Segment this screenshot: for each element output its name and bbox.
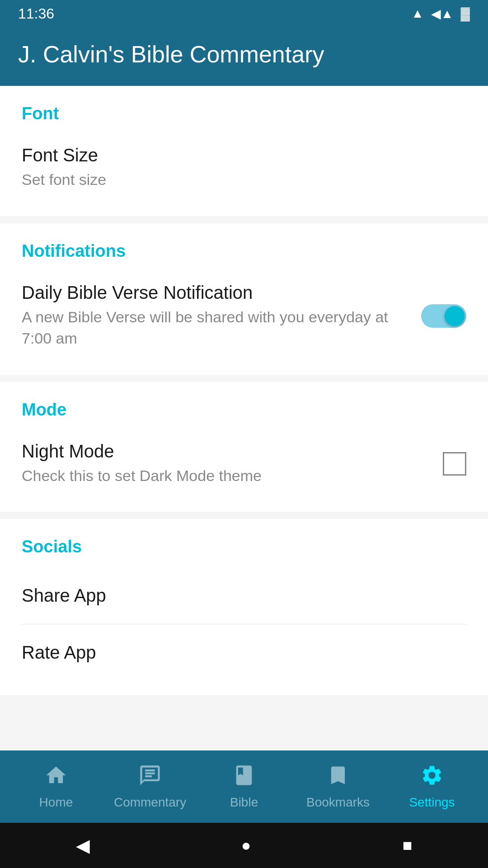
toggle-track	[421, 304, 466, 328]
system-navigation: ◀ ● ■	[0, 823, 488, 868]
share-app-item[interactable]: Share App	[22, 571, 466, 620]
nav-home-label: Home	[39, 795, 73, 810]
status-icons: ▲ ◀▲ ▓	[411, 6, 470, 21]
night-mode-checkbox[interactable]	[443, 452, 466, 476]
home-button[interactable]: ●	[241, 836, 251, 855]
notifications-section-header: Notifications	[22, 241, 466, 261]
divider	[22, 624, 466, 624]
font-size-title: Font Size	[22, 145, 466, 165]
night-mode-title: Night Mode	[22, 441, 443, 462]
daily-verse-desc: A new Bible Verse will be shared with yo…	[22, 307, 421, 349]
nav-bible[interactable]: Bible	[208, 764, 280, 810]
home-icon	[44, 764, 68, 791]
daily-verse-item: Daily Bible Verse Notification A new Bib…	[22, 275, 466, 357]
socials-section-header: Socials	[22, 537, 466, 557]
night-mode-text: Night Mode Check this to set Dark Mode t…	[22, 441, 443, 487]
toggle-thumb	[445, 306, 465, 326]
daily-verse-title: Daily Bible Verse Notification	[22, 283, 421, 303]
commentary-icon	[138, 764, 162, 791]
daily-verse-toggle[interactable]	[421, 304, 466, 328]
content-area: Font Font Size Set font size Notificatio…	[0, 86, 488, 750]
nav-settings-label: Settings	[409, 795, 455, 810]
night-mode-item: Night Mode Check this to set Dark Mode t…	[22, 434, 466, 494]
socials-section: Socials Share App Rate App	[0, 519, 488, 695]
battery-icon: ▓	[461, 6, 470, 21]
font-section-header: Font	[22, 104, 466, 123]
rate-app-item[interactable]: Rate App	[22, 628, 466, 677]
nav-home[interactable]: Home	[20, 764, 92, 810]
app-header: J. Calvin's Bible Commentary	[0, 27, 488, 86]
font-size-item[interactable]: Font Size Set font size	[22, 138, 466, 198]
mode-section-header: Mode	[22, 400, 466, 420]
daily-verse-text: Daily Bible Verse Notification A new Bib…	[22, 283, 421, 349]
font-size-text: Font Size Set font size	[22, 145, 466, 191]
bible-icon	[232, 764, 256, 791]
back-button[interactable]: ◀	[76, 835, 90, 856]
wifi-icon: ▲	[411, 6, 424, 21]
mode-section: Mode Night Mode Check this to set Dark M…	[0, 382, 488, 512]
nav-bookmarks-label: Bookmarks	[306, 795, 370, 810]
bookmarks-icon	[326, 764, 350, 791]
signal-icon: ◀▲	[431, 6, 454, 21]
nav-commentary[interactable]: Commentary	[114, 764, 186, 810]
status-time: 11:36	[18, 5, 54, 22]
settings-icon	[420, 764, 444, 791]
notifications-section: Notifications Daily Bible Verse Notifica…	[0, 223, 488, 375]
nav-commentary-label: Commentary	[114, 795, 186, 810]
nav-bookmarks[interactable]: Bookmarks	[302, 764, 374, 810]
bottom-navigation: Home Commentary Bible Bookmarks	[0, 750, 488, 823]
nav-bible-label: Bible	[230, 795, 258, 810]
nav-settings[interactable]: Settings	[396, 764, 468, 810]
app-title: J. Calvin's Bible Commentary	[18, 41, 470, 68]
font-section: Font Font Size Set font size	[0, 86, 488, 216]
status-bar: 11:36 ▲ ◀▲ ▓	[0, 0, 488, 27]
night-mode-desc: Check this to set Dark Mode theme	[22, 465, 443, 487]
recents-button[interactable]: ■	[403, 836, 413, 855]
font-size-desc: Set font size	[22, 169, 466, 191]
